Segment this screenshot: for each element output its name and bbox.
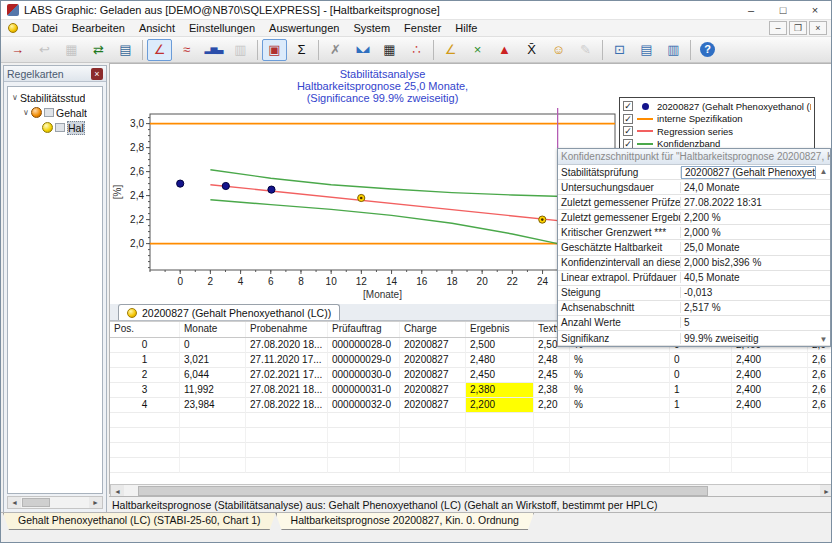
column-header[interactable]: Pos. — [110, 322, 180, 337]
sigma-icon[interactable]: Σ — [289, 39, 314, 61]
mdi-restore-button[interactable]: ❐ — [789, 21, 807, 35]
tree-item-label: Stabilitätsstud — [20, 92, 85, 104]
tree-item-label: Gehalt — [56, 107, 87, 119]
presentation-icon[interactable]: ▣ — [262, 39, 287, 61]
column-header[interactable]: Prüfauftrag — [328, 322, 400, 337]
popup-row[interactable]: Kritischer Grenzwert ***2,000 % — [558, 225, 830, 240]
column-header[interactable]: Probenahme — [246, 322, 328, 337]
help-icon[interactable]: ? — [695, 39, 720, 61]
popup-row-value: -0,013 — [681, 287, 830, 298]
legend-checkbox[interactable]: ✓ — [623, 114, 633, 124]
table-cell: 20200827 — [400, 383, 466, 398]
menu-item-fenster[interactable]: Fenster — [397, 20, 448, 36]
tree-item-hal[interactable]: Hal — [8, 120, 102, 135]
popup-row[interactable]: Konfidenzintervall an dieser Stelle2,000… — [558, 256, 830, 271]
popup-row[interactable]: Anzahl Werte5 — [558, 316, 830, 331]
colored-dots-icon[interactable]: ∴ — [404, 39, 429, 61]
dataset-tab-label: 20200827 (Gehalt Phenoxyethanol (LC)) — [142, 307, 331, 319]
control-chart-icon[interactable]: ∠ — [147, 39, 172, 61]
svg-text:20: 20 — [477, 276, 489, 287]
legend-label: interne Spezifikation — [657, 113, 743, 124]
axes-chart-icon[interactable]: ∠ — [438, 39, 463, 61]
legend-label: Regression series — [657, 126, 733, 137]
popup-title-bar[interactable]: Konfidenzschnittpunkt für "Haltbarkeitsp… — [558, 149, 830, 165]
table-cell — [400, 413, 466, 428]
cascade-windows-icon[interactable]: ⊡ — [607, 39, 632, 61]
menu-item-system[interactable]: System — [346, 20, 397, 36]
svg-text:Haltbarkeitsprognose 25,0 Mona: Haltbarkeitsprognose 25,0 Monate, — [297, 80, 468, 92]
view-tab[interactable]: Gehalt Phenoxyethanol (LC) (STABI-25-60,… — [3, 513, 276, 530]
scroll-up-icon[interactable]: ▲ — [820, 167, 828, 176]
popup-row[interactable]: Untersuchungsdauer24,0 Monate — [558, 180, 830, 195]
exit-icon[interactable]: → — [5, 39, 30, 61]
popup-row-value: 24,0 Monate — [681, 182, 830, 193]
print-icon[interactable]: ▤ — [113, 39, 138, 61]
legend-marker-icon — [636, 130, 654, 132]
tree-item-gehalt[interactable]: ∨Gehalt — [8, 105, 102, 120]
svg-text:2,4: 2,4 — [130, 190, 144, 201]
table-cell — [534, 413, 570, 428]
calculator-icon[interactable]: ▦ — [377, 39, 402, 61]
dataset-tab[interactable]: 20200827 (Gehalt Phenoxyethanol (LC)) — [118, 304, 340, 320]
popup-row[interactable]: Zuletzt gemessener Prüfzeitpunkt27.08.20… — [558, 195, 830, 210]
maximize-button[interactable]: □ — [767, 1, 799, 19]
menu-item-bearbeiten[interactable]: Bearbeiten — [65, 20, 132, 36]
table-row[interactable]: 311,99227.08.2021 18...000000031-0202008… — [110, 383, 832, 398]
column-header[interactable]: Monate — [180, 322, 246, 337]
menu-item-datei[interactable]: Datei — [25, 20, 65, 36]
table-cell — [328, 413, 400, 428]
table-row[interactable]: 26,04427.02.2021 17...000000030-02020082… — [110, 368, 832, 383]
panel-close-icon[interactable]: × — [91, 68, 103, 80]
popup-row[interactable]: Geschätzte Haltbarkeit25,0 Monate — [558, 240, 830, 255]
popup-row[interactable]: Linear extrapol. Prüfdauer40,5 Monate — [558, 271, 830, 286]
tree-item-stabilit-tsstud[interactable]: ∨Stabilitätsstud — [8, 90, 102, 105]
tile-vertical-icon[interactable]: ▥ — [661, 39, 686, 61]
popup-row[interactable]: Stabilitätsprüfung20200827 (Gehalt Pheno… — [558, 165, 830, 180]
close-button[interactable]: × — [799, 1, 831, 19]
menu-item-einstellungen[interactable]: Einstellungen — [182, 20, 262, 36]
left-panel-hscrollbar[interactable]: ◄ ► — [7, 496, 103, 509]
histogram-icon[interactable]: ▂▅▃ — [201, 39, 226, 61]
tools-icon[interactable]: ✗ — [323, 39, 348, 61]
svg-text:16: 16 — [416, 276, 428, 287]
scroll-right-icon[interactable]: ► — [89, 497, 102, 508]
popup-title: Konfidenzschnittpunkt für "Haltbarkeitsp… — [561, 151, 830, 162]
minimize-button[interactable]: – — [735, 1, 767, 19]
tile-horizontal-icon[interactable]: ▤ — [634, 39, 659, 61]
scroll-left-icon[interactable]: ◄ — [8, 497, 21, 508]
popup-row[interactable]: Zuletzt gemessener Ergebniswert2,200 % — [558, 210, 830, 225]
legend-checkbox[interactable]: ✓ — [623, 126, 633, 136]
scroll-down-icon[interactable]: ▼ — [820, 335, 828, 344]
trend-chart-icon[interactable]: ≈ — [174, 39, 199, 61]
mdi-close-button[interactable]: × — [809, 21, 827, 35]
table-row[interactable]: 423,98427.08.2022 18...000000032-0202008… — [110, 398, 832, 413]
mdi-minimize-button[interactable]: – — [769, 21, 787, 35]
view-tab-active[interactable]: Haltbarkeitsprognose 20200827, Kin. 0. O… — [276, 513, 534, 530]
expander-icon[interactable]: ∨ — [10, 93, 20, 102]
column-header[interactable]: Charge — [400, 322, 466, 337]
svg-text:2: 2 — [208, 276, 214, 287]
popup-row[interactable]: Signifikanz99.9% zweiseitig — [558, 331, 830, 346]
menu-item-auswertungen[interactable]: Auswertungen — [262, 20, 346, 36]
export-refresh-icon[interactable]: ⇄ — [86, 39, 111, 61]
xbar-icon[interactable]: X̄ — [519, 39, 544, 61]
expander-icon[interactable]: ∨ — [21, 108, 31, 117]
crossed-lines-icon[interactable]: × — [465, 39, 490, 61]
smiley-chart-icon[interactable]: ☺ — [546, 39, 571, 61]
table-cell: % — [570, 398, 670, 413]
popup-row[interactable]: Achsenabschnitt2,517 % — [558, 301, 830, 316]
table-cell: 2,500 — [466, 338, 534, 353]
menu-item-hilfe[interactable]: Hilfe — [448, 20, 484, 36]
menu-item-ansicht[interactable]: Ansicht — [132, 20, 182, 36]
table-row[interactable]: 13,02127.11.2020 17...000000029-02020082… — [110, 353, 832, 368]
table-cell — [466, 428, 534, 443]
popup-vscrollbar[interactable]: ▲ ▼ — [817, 165, 830, 346]
table-cell: 000000031-0 — [328, 383, 400, 398]
legend-checkbox[interactable]: ✓ — [623, 101, 633, 111]
table-empty-row — [110, 413, 832, 428]
warning-triangle-icon[interactable]: ▲ — [492, 39, 517, 61]
konfidenz-popup: Konfidenzschnittpunkt für "Haltbarkeitsp… — [557, 148, 831, 347]
popup-row[interactable]: Steigung-0,013 — [558, 286, 830, 301]
column-header[interactable]: Ergebnis — [466, 322, 534, 337]
stats-peaks-icon[interactable]: ◣◢ — [350, 39, 375, 61]
